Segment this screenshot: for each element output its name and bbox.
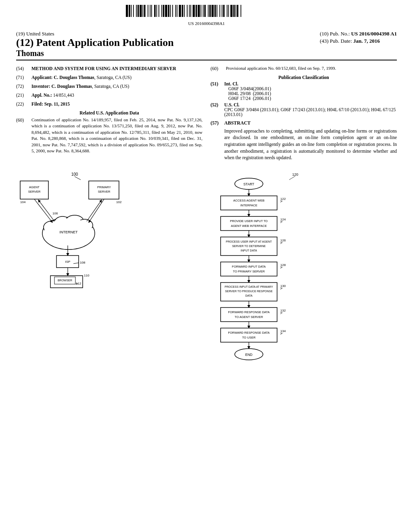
browser-label: BROWSER (58, 279, 72, 282)
agent-server-num: 104 (20, 200, 26, 204)
svg-rect-2 (131, 5, 132, 17)
svg-rect-25 (184, 5, 185, 17)
primary-server-label2: SERVER (98, 190, 111, 193)
step-122-num: 122 (280, 197, 286, 201)
pub-date-value: Jan. 7, 2016 (353, 38, 380, 44)
step-132-text1: FORWARD RESPONSE DATA (228, 310, 269, 314)
ipc1-date: (2006.01) (253, 86, 271, 91)
step-134-box (221, 328, 277, 342)
svg-rect-7 (142, 5, 143, 17)
field-72-content: Inventor: C. Douglass Thomas, Saratoga, … (31, 83, 202, 89)
primary-server-label: PRIMARY (97, 185, 111, 189)
svg-rect-30 (196, 5, 197, 17)
svg-rect-13 (156, 5, 157, 17)
step-124-box (221, 216, 277, 231)
cpc-content: G06F 3/0484 (2013.01); G06F 17/243 (2013… (224, 107, 396, 117)
primary-server-num: 102 (116, 200, 122, 204)
pub-num-line: (10) Pub. No.: US 2016/0004398 A1 (320, 31, 397, 37)
flowchart-diagram: 120 START ACCESS AGENT WEB INTERFACE 122… (209, 171, 313, 397)
cpc-label: CPC (224, 107, 233, 112)
field-22-value: Sep. 11, 2015 (44, 102, 70, 106)
internet-label: INTERNET (60, 230, 78, 234)
ipc3-code: G06F 17/24 (228, 96, 250, 101)
svg-rect-32 (200, 5, 201, 17)
field-54: (54) METHOD AND SYSTEM FOR USING AN INTE… (16, 65, 202, 72)
field-21-content: Appl. No.: 14/851,443 (31, 92, 202, 98)
svg-rect-39 (217, 5, 217, 17)
primary-internet-arrow (89, 199, 104, 222)
step-134-num: 134 (280, 329, 286, 333)
field-54-num: (54) (16, 65, 30, 72)
field-21-name: Appl. No.: (31, 93, 52, 98)
left-column: (54) METHOD AND SYSTEM FOR USING AN INTE… (16, 65, 202, 163)
app-type-label: (12) Patent Application Publication (16, 37, 174, 49)
field-71-value: C. Douglass Thomas, Saratoga, CA (US) (54, 75, 131, 80)
svg-rect-23 (179, 5, 181, 17)
internet-num: 106 (52, 212, 58, 215)
step-128-text1: FORWARD INPUT DATA (232, 265, 266, 268)
svg-rect-41 (222, 5, 223, 17)
step-134-text2: TO USER (242, 336, 256, 339)
step-130-text1: PROCESS INPUT DATA AT PRIMARY (225, 285, 273, 288)
svg-rect-18 (168, 5, 169, 17)
field-60: (60) Continuation of application No. 14/… (16, 117, 202, 154)
step-122-text1: ACCESS AGENT WEB (233, 199, 264, 202)
related-data-title: Related U.S. Application Data (16, 110, 202, 115)
svg-rect-26 (187, 5, 188, 17)
svg-rect-33 (203, 5, 204, 17)
svg-rect-21 (175, 5, 176, 17)
step-132-text2: TO AGENT SERVER (235, 315, 263, 319)
fig-num-left: 100 (71, 172, 78, 177)
field-22: (22) Filed: Sep. 11, 2015 (16, 101, 202, 107)
svg-rect-46 (233, 5, 235, 17)
svg-line-50 (75, 177, 81, 180)
svg-rect-34 (204, 5, 206, 17)
field-71-content: Applicant: C. Douglass Thomas, Saratoga,… (31, 74, 202, 81)
pub-date-line: (43) Pub. Date: Jan. 7, 2016 (320, 38, 397, 44)
pub-classification-title: Publication Classification (211, 75, 397, 80)
field-21-value: 14/851,443 (53, 93, 74, 98)
svg-rect-6 (140, 5, 142, 17)
svg-rect-48 (237, 5, 238, 17)
step-128-num: 128 (280, 263, 286, 267)
topology-diagram: 100 AGENT SERVER 104 PRIMARY SERVER 102 (16, 171, 129, 300)
diagram-left: 100 AGENT SERVER 104 PRIMARY SERVER 102 (16, 171, 204, 398)
svg-rect-27 (189, 5, 190, 17)
int-cl-section: (51) Int. Cl. G06F 3/0484 (2006.01) H04L… (211, 81, 397, 101)
svg-rect-16 (163, 5, 165, 17)
svg-rect-36 (209, 5, 211, 17)
ipc3-date: (2006.01) (253, 96, 271, 101)
field-54-content: METHOD AND SYSTEM FOR USING AN INTERMEDI… (31, 65, 202, 72)
field-72-value: C. Douglass Thomas, Saratoga, CA (US) (52, 84, 129, 89)
svg-rect-9 (148, 5, 148, 17)
ipc2-code: H04L 29/08 (228, 91, 250, 96)
step-130-text3: DATA (245, 294, 252, 297)
svg-rect-15 (161, 5, 162, 17)
field-72-name: Inventor: (31, 84, 50, 89)
pub-num-label: (10) Pub. No.: (320, 31, 350, 37)
field-22-content: Filed: Sep. 11, 2015 (31, 101, 202, 107)
svg-rect-3 (133, 5, 134, 17)
step-130-num: 130 (280, 284, 286, 288)
int-cl-name: Int. Cl. (224, 81, 238, 86)
svg-rect-42 (223, 5, 225, 17)
svg-rect-4 (136, 5, 137, 17)
abstract-section: (57) ABSTRACT Improved approaches to com… (211, 120, 397, 161)
title-divider (16, 60, 397, 60)
svg-rect-8 (144, 5, 146, 17)
step-132-num: 132 (280, 309, 286, 312)
step-124-text1: PROVIDE USER INPUT TO (230, 219, 268, 223)
field-60-content: Continuation of application No. 14/189,9… (31, 117, 202, 154)
us-cl-content: U.S. Cl. CPC G06F 3/0484 (2013.01); G06F… (224, 102, 397, 117)
svg-rect-10 (150, 5, 150, 17)
isp-label: ISP (65, 260, 71, 264)
svg-rect-20 (172, 5, 173, 17)
svg-rect-0 (126, 5, 128, 17)
field-71: (71) Applicant: C. Douglass Thomas, Sara… (16, 74, 202, 81)
svg-rect-38 (215, 5, 216, 17)
svg-rect-24 (182, 5, 184, 17)
step-132-box (221, 308, 277, 322)
pub-date-label: (43) Pub. Date: (320, 38, 352, 44)
svg-rect-43 (227, 5, 227, 17)
step-128-text2: TO PRIMARY SERVER (233, 270, 265, 273)
